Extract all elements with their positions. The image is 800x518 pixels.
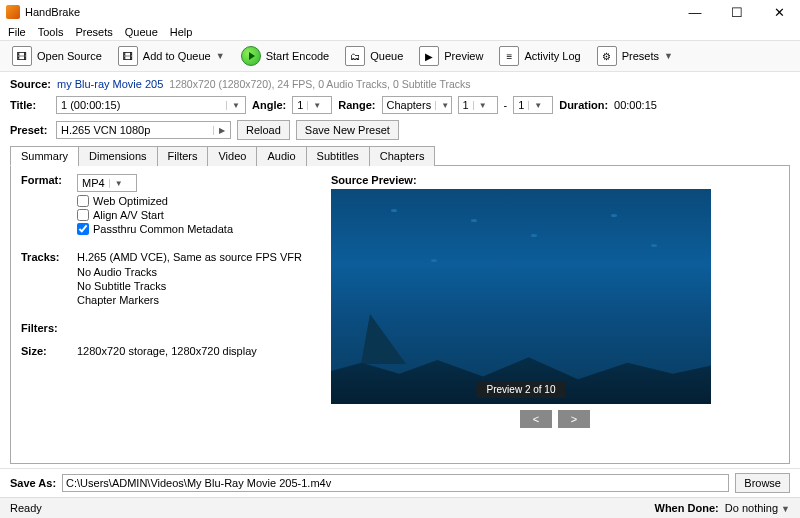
angle-label: Angle: (252, 99, 286, 111)
preview-prev-button[interactable]: < (520, 410, 552, 428)
web-optimized-checkbox[interactable]: Web Optimized (77, 195, 311, 207)
filters-label: Filters: (21, 322, 77, 334)
format-label: Format: (21, 174, 77, 192)
format-select[interactable]: MP4▼ (77, 174, 137, 192)
activity-log-button[interactable]: ≡Activity Log (493, 44, 586, 68)
tab-chapters[interactable]: Chapters (369, 146, 436, 166)
title-label: Title: (10, 99, 50, 111)
play-icon (241, 46, 261, 66)
save-as-label: Save As: (10, 477, 56, 489)
save-path-input[interactable] (62, 474, 729, 492)
track-line: H.265 (AMD VCE), Same as source FPS VFR (77, 251, 302, 263)
range-to-select[interactable]: 1▼ (513, 96, 553, 114)
range-label: Range: (338, 99, 375, 111)
start-encode-button[interactable]: Start Encode (235, 44, 336, 68)
close-button[interactable]: ✕ (764, 5, 794, 20)
menu-queue[interactable]: Queue (125, 26, 158, 38)
tab-filters[interactable]: Filters (157, 146, 209, 166)
size-value: 1280x720 storage, 1280x720 display (77, 345, 257, 357)
summary-panel: Format: MP4▼ Web Optimized Align A/V Sta… (10, 166, 790, 464)
app-icon (6, 5, 20, 19)
maximize-button[interactable]: ☐ (722, 5, 752, 20)
tab-dimensions[interactable]: Dimensions (78, 146, 157, 166)
source-label: Source: (10, 78, 51, 90)
preset-label: Preset: (10, 124, 50, 136)
presets-button[interactable]: ⚙Presets▼ (591, 44, 679, 68)
gear-icon: ⚙ (597, 46, 617, 66)
track-line: Chapter Markers (77, 294, 311, 306)
browse-button[interactable]: Browse (735, 473, 790, 493)
range-dash: - (504, 99, 508, 111)
preview-overlay: Preview 2 of 10 (477, 381, 566, 398)
track-line: No Audio Tracks (77, 266, 311, 278)
preview-icon: ▶ (419, 46, 439, 66)
angle-select[interactable]: 1▼ (292, 96, 332, 114)
align-av-checkbox[interactable]: Align A/V Start (77, 209, 311, 221)
reload-button[interactable]: Reload (237, 120, 290, 140)
queue-icon: 🗂 (345, 46, 365, 66)
size-label: Size: (21, 345, 77, 357)
tabs: Summary Dimensions Filters Video Audio S… (10, 146, 790, 166)
preview-next-button[interactable]: > (558, 410, 590, 428)
source-name: my Blu-ray Movie 205 (57, 78, 163, 90)
duration-label: Duration: (559, 99, 608, 111)
menu-file[interactable]: File (8, 26, 26, 38)
add-to-queue-button[interactable]: 🎞Add to Queue▼ (112, 44, 231, 68)
preview-image: Preview 2 of 10 (331, 189, 711, 404)
tab-video[interactable]: Video (207, 146, 257, 166)
track-line: No Subtitle Tracks (77, 280, 311, 292)
titlebar: HandBrake — ☐ ✕ (0, 0, 800, 24)
save-new-preset-button[interactable]: Save New Preset (296, 120, 399, 140)
add-queue-icon: 🎞 (118, 46, 138, 66)
title-select[interactable]: 1 (00:00:15)▼ (56, 96, 246, 114)
range-type-select[interactable]: Chapters▼ (382, 96, 452, 114)
source-preview-label: Source Preview: (331, 174, 779, 186)
passthru-checkbox[interactable]: Passthru Common Metadata (77, 223, 311, 235)
range-from-select[interactable]: 1▼ (458, 96, 498, 114)
film-icon: 🎞 (12, 46, 32, 66)
menubar: File Tools Presets Queue Help (0, 24, 800, 41)
app-title: HandBrake (25, 6, 680, 18)
open-source-button[interactable]: 🎞Open Source (6, 44, 108, 68)
tracks-label: Tracks: (21, 251, 77, 263)
queue-button[interactable]: 🗂Queue (339, 44, 409, 68)
preset-select[interactable]: H.265 VCN 1080p▶ (56, 121, 231, 139)
menu-presets[interactable]: Presets (75, 26, 112, 38)
tab-audio[interactable]: Audio (256, 146, 306, 166)
when-done-label: When Done: (655, 502, 719, 514)
toolbar: 🎞Open Source 🎞Add to Queue▼ Start Encode… (0, 41, 800, 72)
menu-tools[interactable]: Tools (38, 26, 64, 38)
when-done-select[interactable]: Do nothing ▼ (725, 502, 790, 514)
statusbar: Ready When Done: Do nothing ▼ (0, 497, 800, 518)
log-icon: ≡ (499, 46, 519, 66)
tab-subtitles[interactable]: Subtitles (306, 146, 370, 166)
menu-help[interactable]: Help (170, 26, 193, 38)
chevron-down-icon: ▼ (216, 51, 225, 61)
tab-summary[interactable]: Summary (10, 146, 79, 166)
source-info: 1280x720 (1280x720), 24 FPS, 0 Audio Tra… (169, 78, 470, 90)
duration-value: 00:00:15 (614, 99, 657, 111)
preview-button[interactable]: ▶Preview (413, 44, 489, 68)
chevron-down-icon: ▼ (664, 51, 673, 61)
status-text: Ready (10, 502, 42, 514)
minimize-button[interactable]: — (680, 5, 710, 20)
